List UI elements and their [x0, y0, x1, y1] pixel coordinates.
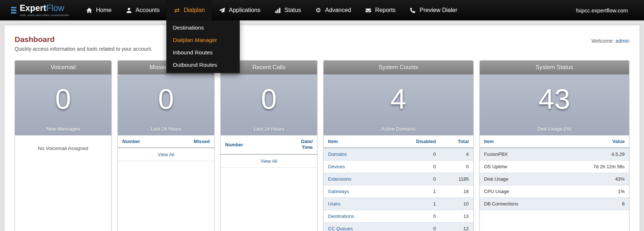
table-row: Domains 0 4 [324, 148, 473, 161]
table-row: CC Queues 0 12 [324, 223, 473, 231]
link-extensions[interactable]: Extensions [328, 176, 351, 182]
column-header: Date/ Time [275, 135, 317, 154]
card-system-counts-title: System Counts [324, 61, 473, 74]
nav-item-home[interactable]: Home [79, 0, 119, 20]
column-header: Number [118, 135, 168, 148]
user-icon [126, 7, 132, 14]
dialplan-icon: ⇄ [173, 7, 180, 14]
missed-calls-count-label: Last 24 Hours [118, 126, 214, 132]
card-system-status: System Status 43 Disk Usage (%) Item Val… [479, 60, 630, 231]
table-row: Destinations 0 13 [324, 210, 473, 223]
link-destinations[interactable]: Destinations [328, 213, 354, 219]
table-row: Disk Usage 43% [480, 173, 629, 185]
page-title: Dashboard [15, 35, 152, 44]
page-subtitle: Quickly access information and tools rel… [15, 46, 152, 52]
missed-calls-table: Number Missed [118, 135, 214, 148]
column-header: Missed [168, 135, 214, 148]
nav-label: Status [285, 7, 301, 14]
envelope-icon [365, 7, 372, 14]
viewport: ExpertFlow chat, voice and video contact… [0, 0, 644, 231]
link-gateways[interactable]: Gateways [328, 189, 349, 194]
table-row: DB Connections 8 [480, 198, 629, 210]
brand-tagline: chat, voice and video contactcenter [20, 14, 69, 17]
nav-label: Advanced [325, 7, 351, 14]
main-panel: Dashboard Quickly access information and… [4, 25, 640, 231]
voicemail-empty-text: No Voicemail Assigned [15, 135, 111, 151]
card-system-counts: System Counts 4 Active Domains Item Disa… [323, 60, 474, 231]
nav-item-preview-dialer[interactable]: Preview Dialer [402, 0, 464, 20]
dialplan-dropdown-menu: Destinations Dialplan Manager Inbound Ro… [166, 20, 240, 73]
brand-name: ExpertFlow [20, 4, 69, 12]
nav-label: Home [96, 7, 112, 14]
missed-calls-view-all-link[interactable]: View All [118, 148, 214, 161]
table-row: Users 1 10 [324, 198, 473, 210]
system-status-table: Item Value FusionPBX 4.5.29 OS Uptime 7d… [480, 135, 629, 210]
card-voicemail: Voicemail 0 New Messages No Voicemail As… [15, 60, 112, 231]
paper-plane-icon [219, 7, 225, 14]
column-header: Item [324, 135, 400, 148]
brand-logo[interactable]: ExpertFlow chat, voice and video contact… [0, 0, 79, 20]
nav-menu: Home Accounts ⇄ Dialplan Destinations Di… [79, 0, 464, 20]
system-counts-table: Item Disabled Total Domains 0 4 Devic [324, 135, 473, 231]
nav-item-applications[interactable]: Applications [212, 0, 267, 20]
link-devices[interactable]: Devices [328, 164, 345, 169]
card-system-status-title: System Status [480, 61, 629, 74]
menu-item-dialplan-manager[interactable]: Dialplan Manager [166, 34, 240, 46]
phone-icon [409, 7, 416, 14]
table-row: Extensions 0 1185 [324, 173, 473, 185]
menu-item-outbound-routes[interactable]: Outbound Routes [166, 59, 240, 71]
column-header: Number [221, 135, 275, 154]
nav-label: Dialplan [184, 7, 205, 14]
nav-label: Applications [229, 7, 260, 14]
nav-label: Preview Dialer [420, 7, 457, 14]
menu-item-destinations[interactable]: Destinations [166, 22, 240, 34]
link-users[interactable]: Users [328, 201, 340, 207]
active-domains-label: Active Domains [324, 126, 473, 132]
column-header: Total [440, 135, 473, 148]
table-row: CPU Usage 1% [480, 185, 629, 198]
menu-item-inbound-routes[interactable]: Inbound Routes [166, 46, 240, 59]
nav-label: Reports [375, 7, 396, 14]
table-row: FusionPBX 4.5.29 [480, 148, 629, 161]
disk-usage-label: Disk Usage (%) [480, 126, 629, 132]
column-header: Item [480, 135, 557, 148]
gear-icon: ⚙ [315, 7, 322, 14]
link-cc-queues[interactable]: CC Queues [328, 226, 353, 231]
column-header: Value [557, 135, 629, 148]
link-domains[interactable]: Domains [328, 151, 347, 157]
recent-calls-view-all-link[interactable]: View All [221, 155, 317, 168]
nav-item-accounts[interactable]: Accounts [119, 0, 167, 20]
nav-label: Accounts [136, 7, 160, 14]
home-icon [86, 7, 93, 14]
recent-calls-count-label: Last 24 Hours [221, 126, 317, 132]
table-row: OS Uptime 7d 2h 12m 56s [480, 161, 629, 173]
card-voicemail-title: Voicemail [15, 61, 111, 74]
brand-icon [11, 7, 16, 14]
nav-item-reports[interactable]: Reports [358, 0, 402, 20]
domain-text: fsipcc.expertflow.com [560, 0, 644, 20]
nav-item-advanced[interactable]: ⚙ Advanced [308, 0, 358, 20]
recent-calls-table: Number Date/ Time [221, 135, 317, 155]
table-row: Gateways 1 18 [324, 185, 473, 198]
card-recent-calls: Recent Calls 0 Last 24 Hours Number Date… [220, 60, 317, 231]
column-header: Disabled [400, 135, 440, 148]
nav-item-dialplan[interactable]: ⇄ Dialplan Destinations Dialplan Manager… [166, 0, 212, 20]
table-row: Devices 0 0 [324, 161, 473, 173]
dashboard-cards: Voicemail 0 New Messages No Voicemail As… [4, 52, 640, 231]
welcome-text: Welcome: admin [591, 35, 629, 44]
page-header: Dashboard Quickly access information and… [4, 25, 640, 52]
welcome-user-link[interactable]: admin [616, 38, 629, 44]
card-missed-calls: Missed Calls 0 Last 24 Hours Number Miss… [117, 60, 215, 231]
nav-item-status[interactable]: Status [267, 0, 308, 20]
top-navbar: ExpertFlow chat, voice and video contact… [0, 0, 644, 20]
voicemail-count-label: New Messages [15, 126, 111, 132]
bar-chart-icon [274, 7, 281, 14]
